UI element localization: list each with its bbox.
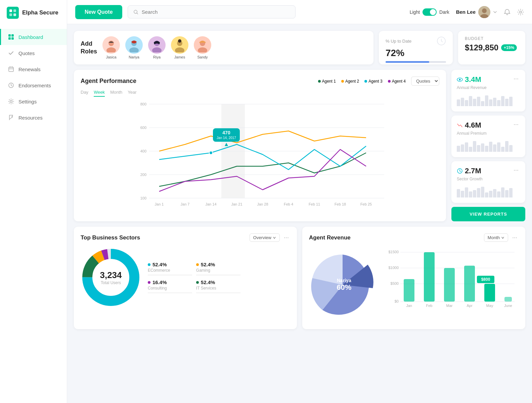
tab-year[interactable]: Year [128,90,136,97]
agent-nariya-name: Nariya [129,55,139,59]
sectors-header: Top Business Sectors Overview ··· [81,233,290,242]
stat-row-revenue: 3.4M ··· [457,75,520,84]
svg-point-28 [178,39,181,43]
agent-james[interactable]: James [171,36,188,59]
sidebar-item-settings[interactable]: Settings [0,93,67,109]
svg-text:100: 100 [140,196,146,200]
agent-nariya-avatar [125,36,143,54]
app-name: Elpha Secure [22,9,58,16]
svg-text:$800: $800 [481,277,490,282]
agent3-dot [364,80,367,83]
svg-text:June: June [504,304,512,308]
annual-revenue-card: 3.4M ··· Annual Revenue [451,70,525,111]
gear-icon[interactable] [517,9,524,15]
tab-week[interactable]: Week [94,90,105,97]
chevron-down-icon[interactable] [493,10,497,14]
stat-row-premium: 4.6M ··· [457,121,520,130]
uptodate-bar [386,61,446,63]
svg-point-13 [482,8,487,13]
svg-rect-77 [424,252,435,302]
consulting-label: Consulting [148,286,192,290]
clock-icon [8,82,14,89]
bell-icon[interactable] [504,9,511,15]
svg-rect-2 [9,13,12,16]
bar-chart-svg: $1500 $1000 $500 $0 Ja [383,247,519,321]
sidebar-item-dashboard[interactable]: Dashboard [0,29,67,45]
consulting-dot [148,281,150,284]
svg-rect-7 [11,37,14,40]
revenue-title: Agent Revenue [309,234,351,241]
sidebar-label-quotes: Quotes [18,50,35,56]
sidebar-item-endorsements[interactable]: Endorsements [0,77,67,93]
sectors-dropdown[interactable]: Overview [250,233,280,242]
svg-text:Feb 11: Feb 11 [309,202,320,206]
flag-icon [8,114,14,121]
revenue-value: 3.4M [465,75,481,84]
performance-card: Agent Performance Agent 1 Agent 2 [74,70,446,221]
svg-text:800: 800 [140,102,146,106]
svg-text:$1500: $1500 [388,250,399,254]
search-input[interactable] [142,9,290,15]
budget-amount: $129,850 +15% [465,43,519,52]
sidebar-label-dashboard: Dashboard [18,34,43,40]
sector-it: 52.4% IT Services [196,279,240,293]
chevron-down-icon [273,236,276,239]
agent-jasica[interactable]: Jasica [102,36,120,59]
revenue-label: Annual Revenue [457,85,520,90]
sectors-title: Top Business Sectors [81,234,140,241]
tab-day[interactable]: Day [81,90,88,97]
stats-column: 3.4M ··· Annual Revenue [451,70,525,221]
svg-rect-3 [13,13,16,16]
svg-text:Feb 18: Feb 18 [335,202,346,206]
svg-rect-8 [9,67,13,72]
user-name: Ben Lee [456,9,476,15]
trend-down-icon [457,122,463,128]
sidebar-item-resources[interactable]: Resources [0,109,67,126]
growth-bars [457,184,520,197]
agent-sandy[interactable]: Sandy [194,36,211,59]
revenue-dropdown[interactable]: Month [484,233,508,242]
agent3-label: Agent 3 [368,79,382,84]
tab-month[interactable]: Month [110,90,122,97]
revenue-card: Agent Revenue Month ··· [302,227,525,329]
sidebar-item-renewals[interactable]: Renewals [0,61,67,77]
donut-label: Total Users [100,280,122,285]
svg-rect-4 [8,34,11,37]
agent4-label: Agent 4 [392,79,406,84]
svg-text:May: May [486,304,493,308]
sidebar-label-resources: Resources [18,115,43,121]
revenue-more-button[interactable]: ··· [511,234,519,241]
it-pct: 52.4% [201,279,215,285]
agent-jasica-name: Jasica [106,55,116,59]
svg-rect-75 [404,279,414,302]
it-label: IT Services [196,286,240,290]
top-row: AddRoles Jasica Nariya [74,31,525,64]
new-quote-button[interactable]: New Quote [75,5,122,19]
svg-rect-0 [9,9,12,12]
sectors-more-button[interactable]: ··· [282,234,290,241]
gaming-dot [196,263,199,266]
view-reports-button[interactable]: VIEW REPORTS [451,207,525,221]
legend-agent4: Agent 4 [388,79,406,84]
revenue-more-button[interactable]: ··· [512,75,520,82]
agent-riya[interactable]: Riya [148,36,166,59]
budget-card: BUDGET $129,850 +15% [458,31,525,64]
premium-more-button[interactable]: ··· [512,121,520,128]
quotes-dropdown[interactable]: Quotes [411,77,439,86]
budget-label: BUDGET [465,36,519,41]
agent-nariya[interactable]: Nariya [125,36,143,59]
donut-chart: 3,234 Total Users [81,247,141,308]
sectors-legend: 52.4% ECommerce 52.4% Gaming [148,262,240,293]
donut-center: 3,234 Total Users [100,270,122,285]
toggle-switch[interactable] [423,8,437,16]
uptodate-value: 72% [386,48,446,58]
chart-area: 100 200 400 600 800 Jan 1 Jan 7 Jan 14 J… [81,101,439,208]
quotes-icon [8,50,14,56]
growth-more-button[interactable]: ··· [512,167,520,174]
sidebar-item-quotes[interactable]: Quotes [0,45,67,61]
chevron-down-icon [501,236,504,239]
svg-rect-83 [484,284,495,302]
svg-rect-6 [8,37,11,40]
main-content: New Quote Light Dark Ben Lee [67,0,532,403]
annual-premium-card: 4.6M ··· Annual Premium [451,116,525,157]
